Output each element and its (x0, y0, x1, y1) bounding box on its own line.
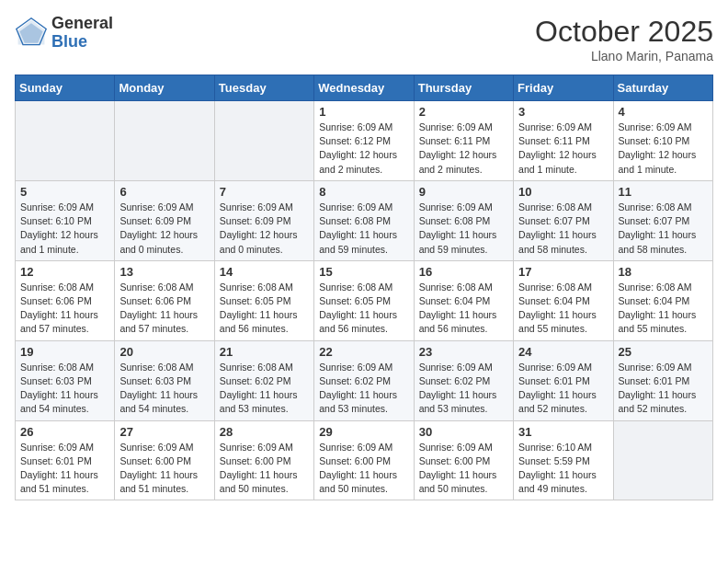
day-info: Sunrise: 6:08 AM Sunset: 6:05 PM Dayligh… (220, 281, 309, 337)
calendar-cell: 24Sunrise: 6:09 AM Sunset: 6:01 PM Dayli… (514, 340, 613, 420)
location: Llano Marin, Panama (535, 49, 713, 63)
weekday-header-tuesday: Tuesday (214, 75, 313, 101)
calendar-cell: 26Sunrise: 6:09 AM Sunset: 6:01 PM Dayli… (16, 420, 115, 500)
weekday-header-row: SundayMondayTuesdayWednesdayThursdayFrid… (16, 75, 713, 101)
calendar-cell (214, 101, 313, 181)
day-number: 11 (619, 185, 708, 199)
calendar-cell: 13Sunrise: 6:08 AM Sunset: 6:06 PM Dayli… (115, 260, 214, 340)
day-number: 6 (119, 185, 209, 199)
weekday-header-wednesday: Wednesday (314, 75, 414, 101)
day-number: 29 (319, 425, 408, 439)
day-info: Sunrise: 6:08 AM Sunset: 6:07 PM Dayligh… (619, 201, 708, 257)
calendar-cell: 2Sunrise: 6:09 AM Sunset: 6:11 PM Daylig… (414, 101, 513, 181)
day-info: Sunrise: 6:08 AM Sunset: 6:03 PM Dayligh… (119, 361, 209, 417)
day-number: 19 (20, 345, 109, 359)
calendar-cell: 25Sunrise: 6:09 AM Sunset: 6:01 PM Dayli… (613, 340, 712, 420)
day-number: 2 (419, 105, 508, 119)
day-number: 17 (518, 265, 608, 279)
day-number: 31 (518, 425, 608, 439)
calendar-cell: 11Sunrise: 6:08 AM Sunset: 6:07 PM Dayli… (613, 180, 712, 260)
day-info: Sunrise: 6:09 AM Sunset: 6:10 PM Dayligh… (20, 201, 109, 257)
day-info: Sunrise: 6:08 AM Sunset: 6:04 PM Dayligh… (619, 281, 708, 337)
day-number: 12 (20, 265, 109, 279)
day-info: Sunrise: 6:09 AM Sunset: 6:10 PM Dayligh… (619, 121, 708, 177)
day-number: 16 (419, 265, 508, 279)
calendar-cell: 5Sunrise: 6:09 AM Sunset: 6:10 PM Daylig… (16, 180, 115, 260)
title-block: October 2025 Llano Marin, Panama (535, 15, 713, 63)
day-info: Sunrise: 6:08 AM Sunset: 6:03 PM Dayligh… (20, 361, 109, 417)
calendar-table: SundayMondayTuesdayWednesdayThursdayFrid… (15, 75, 713, 500)
logo: General Blue (15, 15, 113, 52)
weekday-header-sunday: Sunday (16, 75, 115, 101)
day-number: 18 (619, 265, 708, 279)
calendar-cell: 6Sunrise: 6:09 AM Sunset: 6:09 PM Daylig… (115, 180, 214, 260)
calendar-cell: 30Sunrise: 6:09 AM Sunset: 6:00 PM Dayli… (414, 420, 513, 500)
logo-text: General Blue (51, 15, 113, 52)
day-info: Sunrise: 6:08 AM Sunset: 6:04 PM Dayligh… (518, 281, 608, 337)
page-header: General Blue October 2025 Llano Marin, P… (15, 15, 713, 63)
calendar-cell: 4Sunrise: 6:09 AM Sunset: 6:10 PM Daylig… (613, 101, 712, 181)
day-info: Sunrise: 6:08 AM Sunset: 6:05 PM Dayligh… (319, 281, 408, 337)
day-info: Sunrise: 6:09 AM Sunset: 6:09 PM Dayligh… (220, 201, 309, 257)
calendar-cell: 23Sunrise: 6:09 AM Sunset: 6:02 PM Dayli… (414, 340, 513, 420)
weekday-header-thursday: Thursday (414, 75, 513, 101)
week-row-4: 19Sunrise: 6:08 AM Sunset: 6:03 PM Dayli… (16, 340, 713, 420)
day-info: Sunrise: 6:09 AM Sunset: 6:01 PM Dayligh… (619, 361, 708, 417)
calendar-cell: 8Sunrise: 6:09 AM Sunset: 6:08 PM Daylig… (314, 180, 414, 260)
calendar-cell: 21Sunrise: 6:08 AM Sunset: 6:02 PM Dayli… (214, 340, 313, 420)
day-info: Sunrise: 6:08 AM Sunset: 6:06 PM Dayligh… (20, 281, 109, 337)
day-number: 4 (619, 105, 708, 119)
calendar-cell: 29Sunrise: 6:09 AM Sunset: 6:00 PM Dayli… (314, 420, 414, 500)
calendar-cell: 27Sunrise: 6:09 AM Sunset: 6:00 PM Dayli… (115, 420, 214, 500)
day-info: Sunrise: 6:09 AM Sunset: 6:09 PM Dayligh… (119, 201, 209, 257)
day-info: Sunrise: 6:09 AM Sunset: 6:11 PM Dayligh… (419, 121, 508, 177)
day-number: 26 (20, 425, 109, 439)
day-info: Sunrise: 6:09 AM Sunset: 6:01 PM Dayligh… (20, 441, 109, 497)
day-info: Sunrise: 6:09 AM Sunset: 6:00 PM Dayligh… (419, 441, 508, 497)
day-number: 9 (419, 185, 508, 199)
day-info: Sunrise: 6:09 AM Sunset: 6:00 PM Dayligh… (319, 441, 408, 497)
day-info: Sunrise: 6:09 AM Sunset: 6:08 PM Dayligh… (419, 201, 508, 257)
day-number: 10 (518, 185, 608, 199)
day-number: 24 (518, 345, 608, 359)
calendar-cell (16, 101, 115, 181)
calendar-cell: 14Sunrise: 6:08 AM Sunset: 6:05 PM Dayli… (214, 260, 313, 340)
day-number: 5 (20, 185, 109, 199)
day-number: 30 (419, 425, 508, 439)
day-info: Sunrise: 6:09 AM Sunset: 6:08 PM Dayligh… (319, 201, 408, 257)
week-row-3: 12Sunrise: 6:08 AM Sunset: 6:06 PM Dayli… (16, 260, 713, 340)
day-info: Sunrise: 6:08 AM Sunset: 6:02 PM Dayligh… (220, 361, 309, 417)
day-number: 13 (119, 265, 209, 279)
day-number: 22 (319, 345, 408, 359)
weekday-header-saturday: Saturday (613, 75, 712, 101)
day-number: 20 (119, 345, 209, 359)
day-info: Sunrise: 6:08 AM Sunset: 6:06 PM Dayligh… (119, 281, 209, 337)
day-info: Sunrise: 6:10 AM Sunset: 5:59 PM Dayligh… (518, 441, 608, 497)
calendar-cell: 10Sunrise: 6:08 AM Sunset: 6:07 PM Dayli… (514, 180, 613, 260)
calendar-cell: 19Sunrise: 6:08 AM Sunset: 6:03 PM Dayli… (16, 340, 115, 420)
day-number: 28 (220, 425, 309, 439)
weekday-header-monday: Monday (115, 75, 214, 101)
day-info: Sunrise: 6:08 AM Sunset: 6:04 PM Dayligh… (419, 281, 508, 337)
day-info: Sunrise: 6:09 AM Sunset: 6:12 PM Dayligh… (319, 121, 408, 177)
calendar-cell: 20Sunrise: 6:08 AM Sunset: 6:03 PM Dayli… (115, 340, 214, 420)
day-info: Sunrise: 6:09 AM Sunset: 6:01 PM Dayligh… (518, 361, 608, 417)
calendar-cell: 12Sunrise: 6:08 AM Sunset: 6:06 PM Dayli… (16, 260, 115, 340)
weekday-header-friday: Friday (514, 75, 613, 101)
calendar-cell: 22Sunrise: 6:09 AM Sunset: 6:02 PM Dayli… (314, 340, 414, 420)
week-row-1: 1Sunrise: 6:09 AM Sunset: 6:12 PM Daylig… (16, 101, 713, 181)
calendar-cell: 28Sunrise: 6:09 AM Sunset: 6:00 PM Dayli… (214, 420, 313, 500)
calendar-cell: 3Sunrise: 6:09 AM Sunset: 6:11 PM Daylig… (514, 101, 613, 181)
day-number: 27 (119, 425, 209, 439)
calendar-cell (613, 420, 712, 500)
calendar-cell: 7Sunrise: 6:09 AM Sunset: 6:09 PM Daylig… (214, 180, 313, 260)
calendar-cell: 1Sunrise: 6:09 AM Sunset: 6:12 PM Daylig… (314, 101, 414, 181)
month-title: October 2025 (535, 15, 713, 49)
day-number: 23 (419, 345, 508, 359)
day-number: 3 (518, 105, 608, 119)
calendar-cell: 17Sunrise: 6:08 AM Sunset: 6:04 PM Dayli… (514, 260, 613, 340)
calendar-cell: 31Sunrise: 6:10 AM Sunset: 5:59 PM Dayli… (514, 420, 613, 500)
day-number: 21 (220, 345, 309, 359)
day-info: Sunrise: 6:09 AM Sunset: 6:00 PM Dayligh… (220, 441, 309, 497)
week-row-5: 26Sunrise: 6:09 AM Sunset: 6:01 PM Dayli… (16, 420, 713, 500)
